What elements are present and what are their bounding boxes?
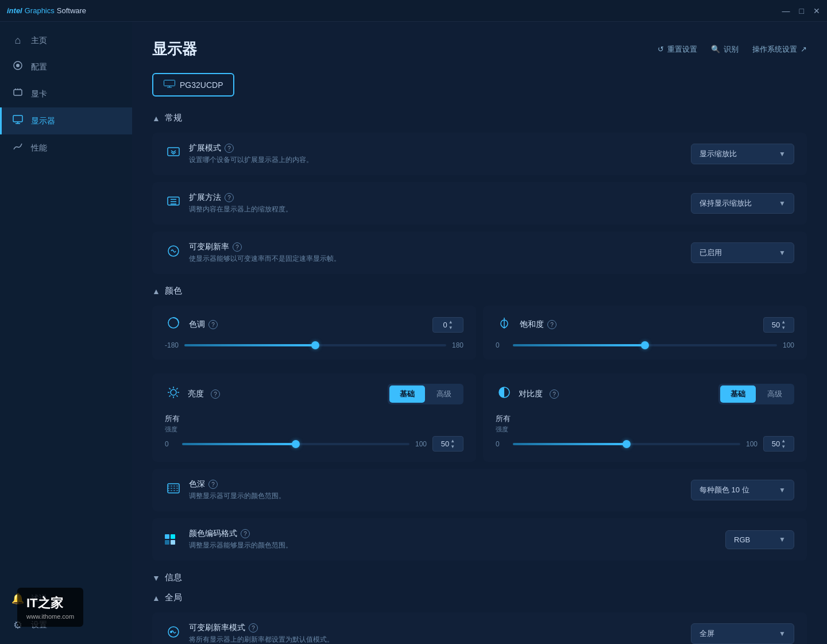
color-depth-help[interactable]: ?: [208, 480, 218, 489]
contrast-basic-btn[interactable]: 基础: [720, 385, 756, 403]
variable-refresh-card: 可变刷新率 ? 使显示器能够以可变速率而不是固定速率显示帧。 已启用 ▼: [152, 232, 807, 274]
section-general-header[interactable]: ▲ 常规: [152, 113, 807, 124]
saturation-track[interactable]: [513, 344, 777, 346]
saturation-value[interactable]: 50 ▲▼: [763, 317, 794, 333]
dot-4: [171, 540, 175, 545]
saturation-stepper[interactable]: ▲▼: [781, 319, 786, 330]
variable-refresh-chevron: ▼: [779, 249, 786, 257]
hue-card: 色调 ? 0 ▲▼ -180: [152, 306, 476, 360]
hue-stepper[interactable]: ▲▼: [449, 319, 453, 330]
contrast-help[interactable]: ?: [550, 390, 559, 399]
svg-point-16: [171, 390, 176, 395]
sidebar-item-display[interactable]: 显示器: [0, 107, 132, 134]
monitor-tab-icon: [164, 79, 175, 91]
contrast-min: 0: [496, 440, 507, 448]
variable-mode-info: 可变刷新率模式 ? 将所有显示器上的刷新率都设置为默认值模式。: [189, 623, 684, 644]
sidebar-item-config-label: 配置: [31, 62, 47, 72]
identify-button[interactable]: 🔍 识别: [711, 44, 739, 55]
os-settings-button[interactable]: 操作系统设置 ↗: [752, 44, 807, 55]
maximize-button[interactable]: □: [799, 6, 804, 16]
variable-refresh-dropdown[interactable]: 已启用 ▼: [691, 242, 794, 263]
sidebar-item-gpu[interactable]: 显卡: [0, 80, 132, 107]
saturation-thumb[interactable]: [641, 341, 649, 349]
identify-icon: 🔍: [711, 45, 720, 53]
variable-mode-dropdown[interactable]: 全屏 ▼: [691, 623, 794, 644]
expand-method-desc: 调整内容在显示器上的缩放程度。: [189, 205, 684, 214]
brightness-thumb[interactable]: [292, 440, 300, 448]
expand-mode-info: 扩展模式 ? 设置哪个设备可以扩展显示器上的内容。: [189, 143, 684, 165]
hue-icon: [165, 316, 182, 333]
contrast-value[interactable]: 50 ▲▼: [763, 436, 794, 452]
color-format-help[interactable]: ?: [241, 529, 250, 538]
brightness-title: 亮度: [188, 389, 204, 399]
window-controls: — □ ✕: [782, 6, 820, 16]
svg-point-31: [170, 631, 172, 633]
sidebar-item-home[interactable]: ⌂ 主页: [0, 28, 132, 53]
expand-method-value: 保持显示缩放比: [700, 198, 752, 209]
variable-refresh-value: 已启用: [700, 248, 722, 258]
contrast-slider-label: 所有: [496, 414, 794, 424]
section-info-label: 信息: [165, 572, 182, 583]
brightness-stepper[interactable]: ▲▼: [450, 438, 455, 449]
expand-mode-help[interactable]: ?: [225, 144, 234, 153]
hue-title: 色调: [189, 319, 205, 330]
brightness-advanced-btn[interactable]: 高级: [426, 385, 462, 403]
expand-method-dropdown[interactable]: 保持显示缩放比 ▼: [691, 193, 794, 214]
brightness-help[interactable]: ?: [211, 390, 220, 399]
color-format-dropdown[interactable]: RGB ▼: [725, 530, 794, 549]
contrast-advanced-btn[interactable]: 高级: [757, 385, 793, 403]
hue-slider-container: -180 180: [165, 341, 463, 349]
hue-help[interactable]: ?: [208, 320, 218, 329]
section-global-header[interactable]: ▲ 全局: [152, 592, 807, 603]
monitor-tab[interactable]: PG32UCDP: [152, 73, 234, 97]
brightness-slider-label: 所有: [165, 414, 463, 424]
reset-settings-button[interactable]: ↺ 重置设置: [658, 44, 697, 55]
brightness-card: 亮度 ? 基础 高级 所有 强度 0: [152, 373, 476, 462]
contrast-thumb[interactable]: [623, 440, 631, 448]
sidebar-item-gpu-label: 显卡: [31, 89, 47, 99]
hue-thumb[interactable]: [311, 341, 319, 349]
brightness-basic-btn[interactable]: 基础: [389, 385, 425, 403]
sidebar-item-performance[interactable]: 性能: [0, 134, 132, 161]
app-title: intel Graphics Software: [7, 6, 86, 15]
section-color-header[interactable]: ▲ 颜色: [152, 286, 807, 296]
hue-value[interactable]: 0 ▲▼: [432, 317, 463, 333]
expand-mode-title: 扩展模式: [189, 143, 221, 153]
variable-mode-icon: [165, 625, 182, 642]
brightness-max: 100: [415, 440, 427, 448]
color-depth-chevron: ▼: [779, 486, 786, 494]
display-icon: [11, 114, 24, 128]
brightness-track[interactable]: [182, 443, 409, 445]
color-format-chevron: ▼: [779, 535, 786, 543]
section-general-chevron: ▲: [152, 114, 160, 123]
variable-refresh-desc: 使显示器能够以可变速率而不是固定速率显示帧。: [189, 254, 684, 264]
title-software: Software: [57, 6, 86, 15]
brightness-value[interactable]: 50 ▲▼: [432, 436, 463, 452]
minimize-button[interactable]: —: [782, 6, 790, 16]
color-depth-desc: 调整显示器可显示的颜色范围。: [189, 491, 684, 501]
section-info-header[interactable]: ▼ 信息: [152, 572, 807, 583]
contrast-track[interactable]: [513, 443, 740, 445]
hue-saturation-row: 色调 ? 0 ▲▼ -180: [152, 306, 807, 367]
variable-mode-help[interactable]: ?: [249, 623, 258, 633]
color-format-value: RGB: [734, 535, 750, 544]
color-format-desc: 调整显示器能够显示的颜色范围。: [189, 541, 684, 550]
variable-refresh-help[interactable]: ?: [233, 242, 242, 252]
close-button[interactable]: ✕: [813, 6, 820, 16]
color-depth-card: 色深 ? 调整显示器可显示的颜色范围。 每种颜色 10 位 ▼: [152, 469, 807, 511]
home-icon: ⌂: [11, 34, 24, 47]
contrast-slider-container: 0 100 50 ▲▼: [496, 436, 794, 452]
expand-mode-dropdown[interactable]: 显示缩放比 ▼: [691, 144, 794, 164]
sidebar-item-config[interactable]: 配置: [0, 53, 132, 80]
identify-label: 识别: [724, 44, 739, 55]
color-format-icon: [165, 534, 182, 545]
hue-track[interactable]: [184, 344, 446, 346]
saturation-slider-container: 0 100: [496, 341, 794, 349]
contrast-slider-sublabel: 强度: [496, 425, 794, 434]
color-depth-dropdown[interactable]: 每种颜色 10 位 ▼: [691, 480, 794, 500]
expand-method-help[interactable]: ?: [225, 193, 234, 202]
contrast-stepper[interactable]: ▲▼: [781, 438, 786, 449]
expand-mode-control: 显示缩放比 ▼: [691, 144, 794, 164]
title-graphics: Graphics: [25, 6, 55, 15]
saturation-help[interactable]: ?: [547, 320, 557, 329]
